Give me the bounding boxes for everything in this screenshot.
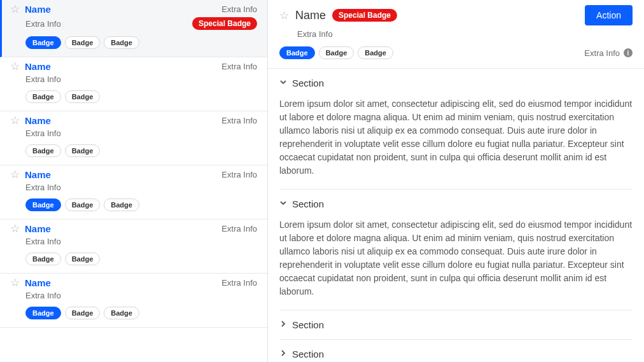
item-name-link[interactable]: Name xyxy=(25,277,51,288)
item-name-link[interactable]: Name xyxy=(25,223,51,234)
detail-extra-right-text: Extra Info xyxy=(584,48,620,58)
badge: Badge xyxy=(104,307,139,319)
badge: Badge xyxy=(358,46,393,59)
list-item[interactable]: ☆NameExtra InfoExtra InfoSpecial BadgeBa… xyxy=(0,0,267,57)
item-extra-sub: Extra Info xyxy=(25,129,61,138)
star-icon[interactable]: ☆ xyxy=(10,61,20,72)
section-header[interactable]: Section xyxy=(279,340,633,362)
star-icon[interactable]: ☆ xyxy=(10,4,20,15)
badge: Badge xyxy=(65,307,101,319)
badge: Badge xyxy=(25,253,61,265)
item-extra-sub: Extra Info xyxy=(25,19,61,29)
item-extra-right: Extra Info xyxy=(221,4,257,14)
section-title: Section xyxy=(292,198,324,209)
section-title: Section xyxy=(292,349,324,359)
star-icon[interactable]: ☆ xyxy=(10,277,20,288)
badge: Badge xyxy=(25,36,61,49)
item-extra-right: Extra Info xyxy=(221,224,257,233)
list-item[interactable]: ☆NameExtra InfoExtra InfoBadgeBadge xyxy=(0,111,267,165)
section: Section xyxy=(279,310,633,340)
special-badge: Special Badge xyxy=(192,17,257,30)
item-extra-sub: Extra Info xyxy=(25,74,61,84)
detail-badges: BadgeBadgeBadge xyxy=(279,46,393,59)
item-extra-right: Extra Info xyxy=(221,62,257,71)
badge: Badge xyxy=(25,144,61,157)
section-title: Section xyxy=(292,78,324,88)
badge: Badge xyxy=(25,307,61,319)
section-body: Lorem ipsum dolor sit amet, consectetur … xyxy=(279,218,633,310)
item-name-link[interactable]: Name xyxy=(25,4,51,15)
item-extra-right: Extra Info xyxy=(221,170,257,179)
badge: Badge xyxy=(65,198,101,211)
item-name-link[interactable]: Name xyxy=(25,61,51,72)
badge: Badge xyxy=(104,36,139,49)
section-header[interactable]: Section xyxy=(279,310,633,339)
item-name-link[interactable]: Name xyxy=(25,169,51,180)
sections-container: SectionLorem ipsum dolor sit amet, conse… xyxy=(268,69,644,362)
list-pane[interactable]: ☆NameExtra InfoExtra InfoSpecial BadgeBa… xyxy=(0,0,268,362)
info-icon[interactable]: i xyxy=(624,48,633,57)
badge: Badge xyxy=(65,90,101,103)
chevron-down-icon xyxy=(279,199,287,209)
detail-header: ☆ Name Special Badge Action Extra Info B… xyxy=(268,0,644,69)
chevron-down-icon xyxy=(279,78,287,88)
star-icon[interactable]: ☆ xyxy=(279,10,289,21)
list-item[interactable]: ☆NameExtra InfoExtra InfoBadgeBadge xyxy=(0,57,267,111)
badge: Badge xyxy=(25,198,61,211)
section-title: Section xyxy=(292,319,324,330)
section: Section xyxy=(279,340,633,362)
detail-subinfo: Extra Info xyxy=(279,29,633,39)
chevron-right-icon xyxy=(279,349,287,359)
badge: Badge xyxy=(65,36,101,49)
item-extra-right: Extra Info xyxy=(221,278,257,288)
item-extra-sub: Extra Info xyxy=(25,291,61,300)
list-item[interactable]: ☆NameExtra InfoExtra InfoBadgeBadge xyxy=(0,219,267,274)
section: SectionLorem ipsum dolor sit amet, conse… xyxy=(279,69,633,190)
badge: Badge xyxy=(279,46,315,59)
star-icon[interactable]: ☆ xyxy=(10,169,20,180)
item-name-link[interactable]: Name xyxy=(25,115,51,126)
badge: Badge xyxy=(25,90,61,103)
star-icon[interactable]: ☆ xyxy=(10,115,20,126)
special-badge: Special Badge xyxy=(332,9,397,22)
section-header[interactable]: Section xyxy=(279,69,633,97)
star-icon[interactable]: ☆ xyxy=(10,223,20,234)
detail-pane[interactable]: ☆ Name Special Badge Action Extra Info B… xyxy=(268,0,644,362)
detail-extra-right: Extra Info i xyxy=(584,48,633,58)
badge: Badge xyxy=(65,253,101,265)
badge: Badge xyxy=(65,144,101,157)
item-extra-right: Extra Info xyxy=(221,116,257,125)
list-item[interactable]: ☆NameExtra InfoExtra InfoBadgeBadgeBadge xyxy=(0,274,267,328)
section-body: Lorem ipsum dolor sit amet, consectetur … xyxy=(279,97,633,189)
section-header[interactable]: Section xyxy=(279,190,633,218)
item-extra-sub: Extra Info xyxy=(25,183,61,192)
badge: Badge xyxy=(319,46,354,59)
detail-title: Name xyxy=(295,9,326,22)
chevron-right-icon xyxy=(279,320,287,330)
action-button[interactable]: Action xyxy=(585,5,633,25)
section: SectionLorem ipsum dolor sit amet, conse… xyxy=(279,190,633,310)
item-extra-sub: Extra Info xyxy=(25,237,61,246)
badge: Badge xyxy=(104,198,139,211)
list-item[interactable]: ☆NameExtra InfoExtra InfoBadgeBadgeBadge xyxy=(0,165,267,219)
